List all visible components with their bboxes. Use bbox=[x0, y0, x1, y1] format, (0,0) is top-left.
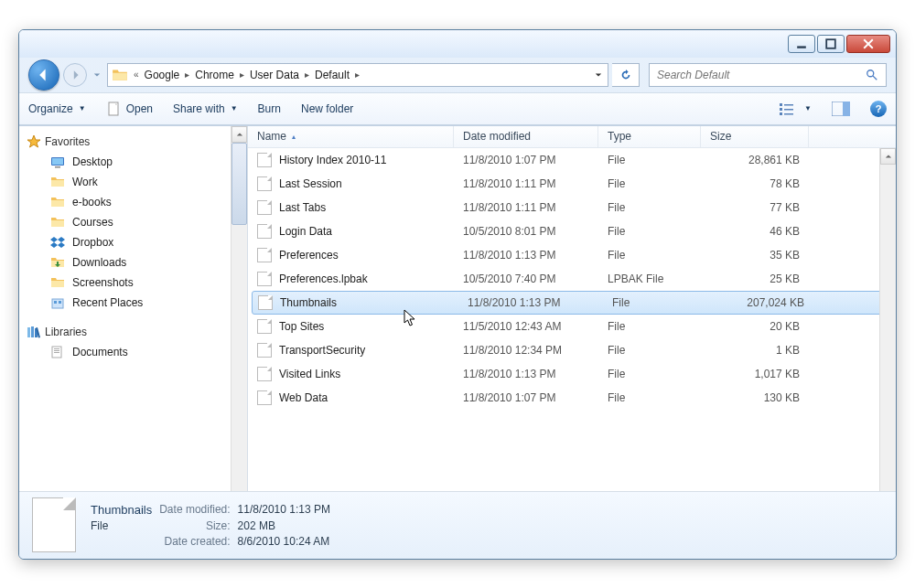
refresh-button[interactable] bbox=[612, 63, 640, 87]
svg-rect-7 bbox=[784, 104, 793, 106]
file-size: 77 KB bbox=[701, 201, 809, 214]
crumb-chrome[interactable]: Chrome bbox=[191, 64, 238, 86]
document-icon bbox=[106, 102, 121, 116]
history-dropdown[interactable] bbox=[91, 63, 103, 87]
nav-item-work[interactable]: Work bbox=[23, 172, 247, 192]
nav-item-documents[interactable]: Documents bbox=[23, 342, 247, 362]
libraries-header[interactable]: Libraries bbox=[23, 322, 247, 342]
maximize-button[interactable] bbox=[817, 35, 845, 53]
file-row[interactable]: Preferences.lpbak10/5/2010 7:40 PMLPBAK … bbox=[248, 267, 896, 291]
file-size: 20 KB bbox=[701, 320, 809, 333]
file-row[interactable]: Preferences11/8/2010 1:13 PMFile35 KB bbox=[248, 243, 896, 267]
file-row[interactable]: Visited Links11/8/2010 1:13 PMFile1,017 … bbox=[248, 362, 896, 386]
file-row[interactable]: Web Data11/8/2010 1:07 PMFile130 KB bbox=[248, 386, 896, 410]
close-button[interactable] bbox=[846, 35, 890, 53]
favorites-header[interactable]: Favorites bbox=[23, 132, 247, 152]
file-icon bbox=[257, 224, 272, 239]
forward-button[interactable] bbox=[63, 63, 87, 87]
search-input[interactable] bbox=[657, 69, 866, 81]
view-mode-button[interactable]: ▼ bbox=[779, 102, 812, 116]
file-name: Login Data bbox=[279, 225, 332, 238]
crumb-default[interactable]: Default bbox=[311, 64, 353, 86]
nav-item-recent-places[interactable]: Recent Places bbox=[23, 293, 247, 313]
svg-rect-9 bbox=[784, 113, 793, 115]
search-icon bbox=[866, 69, 878, 81]
details-size: 202 MB bbox=[238, 519, 330, 532]
favorites-label: Favorites bbox=[45, 135, 90, 148]
file-row[interactable]: TransportSecurity11/8/2010 12:34 PMFile1… bbox=[248, 338, 896, 362]
file-row[interactable]: Top Sites11/5/2010 12:43 AMFile20 KB bbox=[248, 315, 896, 338]
file-type: File bbox=[598, 368, 701, 380]
breadcrumb-overflow[interactable]: « bbox=[132, 69, 141, 80]
nav-item-desktop[interactable]: Desktop bbox=[23, 152, 247, 172]
file-icon bbox=[257, 153, 272, 167]
column-name[interactable]: Name▴ bbox=[248, 126, 454, 147]
file-size: 46 KB bbox=[701, 225, 809, 238]
crumb-google[interactable]: Google bbox=[141, 64, 184, 86]
svg-rect-14 bbox=[55, 166, 60, 168]
file-icon bbox=[257, 248, 272, 262]
file-name: Thumbnails bbox=[280, 296, 337, 309]
nav-item-screenshots[interactable]: Screenshots bbox=[23, 273, 247, 293]
file-name: Visited Links bbox=[279, 368, 340, 380]
nav-item-downloads[interactable]: Downloads bbox=[23, 252, 247, 273]
navigation-pane[interactable]: Favorites DesktopWorke-booksCoursesDropb… bbox=[19, 126, 248, 491]
svg-rect-1 bbox=[826, 39, 835, 48]
file-name: History Index 2010-11 bbox=[279, 154, 386, 166]
file-size: 207,024 KB bbox=[705, 296, 813, 309]
back-button[interactable] bbox=[28, 59, 59, 91]
details-date-created-label: Date created: bbox=[159, 535, 230, 548]
file-date: 10/5/2010 8:01 PM bbox=[454, 225, 598, 238]
file-date: 11/5/2010 12:43 AM bbox=[454, 320, 598, 333]
column-type[interactable]: Type bbox=[598, 126, 701, 147]
search-box[interactable] bbox=[649, 63, 887, 87]
file-row[interactable]: Login Data10/5/2010 8:01 PMFile46 KB bbox=[248, 219, 896, 243]
file-row[interactable]: Last Tabs11/8/2010 1:11 PMFile77 KB bbox=[248, 196, 896, 219]
nav-scrollbar[interactable] bbox=[231, 126, 247, 491]
file-row[interactable]: Last Session11/8/2010 1:11 PMFile78 KB bbox=[248, 172, 896, 196]
new-folder-button[interactable]: New folder bbox=[301, 102, 353, 115]
list-scrollbar[interactable] bbox=[879, 148, 896, 491]
libraries-label: Libraries bbox=[45, 326, 87, 338]
column-size[interactable]: Size bbox=[701, 126, 809, 147]
details-filename: Thumbnails bbox=[91, 503, 152, 517]
explorer-window: « Google▸ Chrome▸ User Data▸ Default▸ Or… bbox=[18, 29, 897, 560]
details-pane: Thumbnails Date modified: 11/8/2010 1:13… bbox=[19, 491, 896, 559]
svg-rect-16 bbox=[54, 301, 57, 304]
file-size: 1,017 KB bbox=[701, 368, 809, 380]
file-row[interactable]: History Index 2010-1111/8/2010 1:07 PMFi… bbox=[248, 148, 896, 172]
file-size: 28,861 KB bbox=[701, 154, 809, 166]
address-dropdown-icon[interactable] bbox=[595, 71, 602, 79]
column-headers[interactable]: Name▴ Date modified Type Size bbox=[248, 126, 896, 148]
file-date: 11/8/2010 1:07 PM bbox=[454, 154, 598, 166]
command-bar: Organize▼ Open Share with▼ Burn New fold… bbox=[19, 92, 896, 125]
titlebar[interactable] bbox=[19, 30, 896, 58]
nav-item-courses[interactable]: Courses bbox=[23, 212, 247, 232]
address-bar[interactable]: « Google▸ Chrome▸ User Data▸ Default▸ bbox=[107, 63, 608, 87]
nav-item-label: Courses bbox=[72, 216, 113, 229]
nav-item-e-books[interactable]: e-books bbox=[23, 192, 247, 212]
file-row[interactable]: Thumbnails11/8/2010 1:13 PMFile207,024 K… bbox=[252, 291, 892, 315]
share-menu[interactable]: Share with▼ bbox=[173, 102, 238, 115]
crumb-userdata[interactable]: User Data bbox=[246, 64, 303, 86]
nav-item-dropbox[interactable]: Dropbox bbox=[23, 232, 247, 252]
svg-rect-18 bbox=[27, 327, 30, 337]
organize-menu[interactable]: Organize▼ bbox=[28, 102, 86, 115]
details-date-modified-label: Date modified: bbox=[159, 503, 230, 516]
file-icon bbox=[258, 295, 273, 310]
file-list[interactable]: History Index 2010-1111/8/2010 1:07 PMFi… bbox=[248, 148, 896, 491]
open-button[interactable]: Open bbox=[106, 102, 153, 116]
file-thumbnail-icon bbox=[32, 497, 76, 552]
file-size: 25 KB bbox=[701, 273, 809, 285]
folder-icon bbox=[50, 195, 65, 209]
nav-scroll-thumb[interactable] bbox=[231, 143, 247, 225]
minimize-button[interactable] bbox=[788, 35, 815, 53]
svg-rect-13 bbox=[52, 158, 63, 165]
file-size: 130 KB bbox=[701, 391, 809, 404]
folder-icon bbox=[50, 155, 65, 169]
column-date[interactable]: Date modified bbox=[454, 126, 598, 147]
details-date-modified: 11/8/2010 1:13 PM bbox=[238, 503, 330, 516]
preview-pane-button[interactable] bbox=[832, 100, 850, 118]
burn-button[interactable]: Burn bbox=[258, 102, 281, 115]
help-button[interactable]: ? bbox=[870, 101, 887, 117]
